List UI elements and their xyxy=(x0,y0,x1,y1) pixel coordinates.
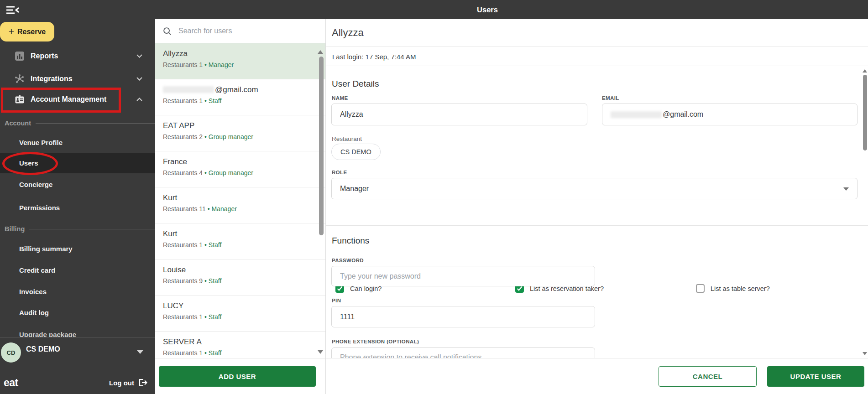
password-field[interactable] xyxy=(331,266,595,286)
detail-user-name: Allyzza xyxy=(332,27,364,39)
user-list-item[interactable]: France Restaurants 4 • Group manager xyxy=(155,151,325,187)
user-list-item[interactable]: LUCY Restaurants 1 • Staff xyxy=(155,296,325,332)
user-list-panel: Allyzza Restaurants 1 • Manager @gmail.c… xyxy=(155,19,326,394)
reserve-button[interactable]: + Reserve xyxy=(0,22,54,41)
redacted-text xyxy=(163,86,214,93)
user-list-item[interactable]: Kurt Restaurants 11 • Manager xyxy=(155,187,325,223)
update-user-button[interactable]: UPDATE USER xyxy=(767,366,864,387)
eat-logo: eat xyxy=(4,377,18,389)
logout-label: Log out xyxy=(109,379,134,387)
user-detail-form: User Details NAME EMAIL @gmail.com Resta… xyxy=(326,66,868,358)
role-select[interactable]: Manager xyxy=(331,178,858,199)
user-search-bar[interactable] xyxy=(155,19,325,43)
workspace-avatar[interactable]: CD xyxy=(1,342,21,363)
id-badge-icon xyxy=(15,94,25,104)
workspace-chevron-down-icon[interactable] xyxy=(137,350,143,354)
chevron-down-icon xyxy=(136,77,142,81)
detail-title-row: Allyzza xyxy=(326,19,868,47)
phone-extension-label: PHONE EXTENSION (OPTIONAL) xyxy=(332,339,419,344)
last-login-text: Last login: 17 Sep, 7:44 AM xyxy=(332,52,416,60)
app-window: Users + Reserve Reports xyxy=(0,0,868,394)
sidebar-item-reports[interactable]: Reports xyxy=(0,47,155,65)
sidebar-item-credit-card[interactable]: Credit card xyxy=(19,264,55,277)
sidebar-item-upgrade-package[interactable]: Upgrade package xyxy=(19,331,120,337)
sidebar-item-venue-profile[interactable]: Venue Profile xyxy=(19,136,63,150)
nav-label: Integrations xyxy=(31,75,73,83)
role-label: ROLE xyxy=(332,170,347,175)
restaurant-chip[interactable]: CS DEMO xyxy=(331,144,381,160)
sidebar-bottom-bar: eat Log out xyxy=(0,371,155,394)
add-user-button[interactable]: ADD USER xyxy=(159,366,316,387)
scroll-down-arrow-icon[interactable] xyxy=(318,350,323,354)
sidebar-item-integrations[interactable]: Integrations xyxy=(0,70,155,88)
chevron-down-icon xyxy=(136,54,142,58)
cancel-button[interactable]: CANCEL xyxy=(659,366,757,387)
search-input[interactable] xyxy=(178,27,293,35)
collapse-sidebar-icon[interactable] xyxy=(6,5,20,16)
reserve-label: Reserve xyxy=(17,28,46,36)
dropdown-arrow-icon xyxy=(843,187,849,191)
sidebar-item-users[interactable]: Users xyxy=(19,156,38,170)
page-title: Users xyxy=(477,5,498,14)
integrations-hub-icon xyxy=(15,74,25,84)
scroll-up-arrow-icon[interactable] xyxy=(318,50,323,54)
email-label: EMAIL xyxy=(602,95,619,101)
last-login-row: Last login: 17 Sep, 7:44 AM xyxy=(326,47,868,66)
sidebar-item-audit-log[interactable]: Audit log xyxy=(19,306,49,320)
restaurant-label: Restaurant xyxy=(332,135,362,142)
user-list-item[interactable]: EAT APP Restaurants 2 • Group manager xyxy=(155,115,325,151)
checkbox-table-server[interactable]: List as table server? xyxy=(696,284,770,293)
avatar-initials: CD xyxy=(7,349,16,356)
sidebar-item-permissions[interactable]: Permissions xyxy=(19,201,60,215)
sidebar-item-billing-summary[interactable]: Billing summary xyxy=(19,242,73,256)
phone-extension-field[interactable] xyxy=(331,347,595,358)
list-footer: ADD USER xyxy=(155,358,325,394)
user-details-heading: User Details xyxy=(332,79,379,89)
name-field[interactable] xyxy=(331,104,587,125)
pin-label: PIN xyxy=(332,298,341,303)
name-label: NAME xyxy=(332,95,348,101)
sidebar-item-concierge[interactable]: Concierge xyxy=(19,178,52,192)
detail-scrollbar-thumb[interactable] xyxy=(863,75,867,150)
user-list-item[interactable]: @gmail.com Restaurants 1 • Staff xyxy=(155,79,325,115)
email-field[interactable]: @gmail.com xyxy=(602,104,858,125)
detail-footer: CANCEL UPDATE USER xyxy=(326,358,868,394)
logout-icon xyxy=(138,378,148,387)
user-list-item[interactable]: SERVER A Restaurants 1 • Staff xyxy=(155,332,325,358)
list-scrollbar-thumb[interactable] xyxy=(319,57,324,235)
logout-button[interactable]: Log out xyxy=(109,378,148,387)
search-icon xyxy=(163,27,172,36)
password-label: PASSWORD xyxy=(332,258,364,263)
user-list-item[interactable]: Kurt Restaurants 1 • Staff xyxy=(155,223,325,259)
user-detail-panel: Allyzza Last login: 17 Sep, 7:44 AM User… xyxy=(326,19,868,394)
workspace-name: CS DEMO xyxy=(26,345,60,353)
section-rule xyxy=(36,123,155,124)
chevron-up-icon xyxy=(136,98,142,101)
pin-field[interactable] xyxy=(331,306,595,327)
functions-heading: Functions xyxy=(332,236,369,246)
sidebar-item-users-selected[interactable]: Users xyxy=(0,153,155,173)
nav-label: Reports xyxy=(31,52,58,60)
sidebar: + Reserve Reports xyxy=(0,0,155,394)
redacted-text xyxy=(611,111,662,118)
bar-chart-icon xyxy=(15,51,25,61)
user-list-item[interactable]: Allyzza Restaurants 1 • Manager xyxy=(155,43,325,79)
user-list-item[interactable]: Louise Restaurants 9 • Staff xyxy=(155,259,325,296)
sidebar-item-invoices[interactable]: Invoices xyxy=(19,285,47,299)
nav-label: Account Management xyxy=(31,95,106,104)
scroll-down-arrow-icon[interactable] xyxy=(863,352,867,355)
sidebar-item-account-management[interactable]: Account Management xyxy=(0,90,155,109)
divider xyxy=(0,337,155,337)
user-list: Allyzza Restaurants 1 • Manager @gmail.c… xyxy=(155,43,325,358)
section-label-account: Account xyxy=(0,119,155,127)
plus-icon: + xyxy=(9,26,14,37)
scroll-up-arrow-icon[interactable] xyxy=(863,69,867,73)
unchecked-checkbox-icon[interactable] xyxy=(696,284,705,293)
divider xyxy=(326,225,868,226)
section-label-billing: Billing xyxy=(0,225,155,233)
section-rule xyxy=(29,229,155,229)
